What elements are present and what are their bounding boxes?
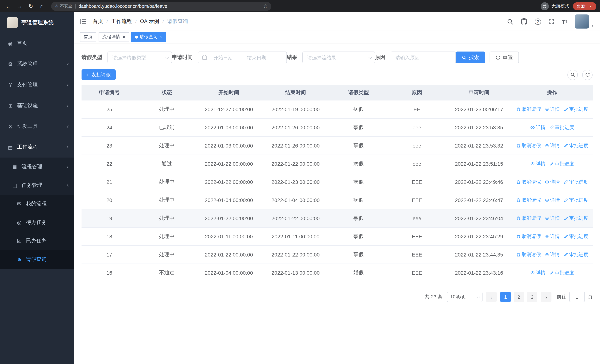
goto-page-input[interactable] bbox=[569, 292, 585, 302]
check-icon: ☑ bbox=[16, 238, 22, 244]
sidebar-item-devtools[interactable]: ⊠研发工具∨ bbox=[0, 116, 74, 137]
page-button-3[interactable]: 3 bbox=[527, 292, 537, 302]
page-button-2[interactable]: 2 bbox=[514, 292, 524, 302]
tab-process-detail[interactable]: 流程详情× bbox=[99, 32, 129, 42]
sidebar-item-task-management[interactable]: ◫任务管理∧ bbox=[0, 176, 74, 195]
close-icon[interactable]: × bbox=[160, 35, 163, 39]
kebab-menu-icon[interactable]: ⋮ bbox=[588, 3, 593, 9]
detail-link[interactable]: 详情 bbox=[530, 160, 545, 167]
cancel-leave-link[interactable]: 取消请假 bbox=[516, 142, 541, 149]
sidebar-item-process-management[interactable]: ≣流程管理∨ bbox=[0, 158, 74, 176]
page-button-1[interactable]: 1 bbox=[500, 292, 511, 302]
delete-icon bbox=[516, 198, 521, 202]
cell-status: 处理中 bbox=[137, 246, 197, 264]
result-select[interactable] bbox=[302, 52, 375, 63]
reason-input[interactable] bbox=[395, 54, 452, 61]
search-icon[interactable] bbox=[507, 18, 513, 25]
edit-icon bbox=[549, 162, 554, 166]
cell-status: 已取消 bbox=[137, 118, 197, 137]
toggle-search-button[interactable] bbox=[567, 69, 578, 80]
approval-progress-link[interactable]: 审批进度 bbox=[563, 251, 588, 258]
approval-progress-link[interactable]: 审批进度 bbox=[563, 142, 588, 149]
github-icon[interactable] bbox=[521, 18, 527, 25]
sidebar-item-system[interactable]: ⚙系统管理∨ bbox=[0, 54, 74, 75]
sidebar-item-infrastructure[interactable]: ⊞基础设施∨ bbox=[0, 95, 74, 116]
apply-time-range-picker[interactable]: - bbox=[198, 52, 287, 63]
cell-apply-time: 2022-01-23 00:06:17 bbox=[447, 100, 511, 118]
detail-link[interactable]: 详情 bbox=[544, 142, 560, 149]
address-bar[interactable]: ⚠ 不安全 dashboard.yudao.iocoder.cn/bpm/oa/… bbox=[51, 2, 271, 10]
font-size-icon[interactable]: TT bbox=[562, 19, 568, 24]
approval-progress-link[interactable]: 审批进度 bbox=[563, 197, 588, 204]
sidebar-item-workflow[interactable]: ▤工作流程∧ bbox=[0, 137, 74, 158]
detail-link[interactable]: 详情 bbox=[544, 179, 560, 185]
detail-link[interactable]: 详情 bbox=[544, 251, 560, 258]
sidebar-item-leave-query[interactable]: ☻请假查询 bbox=[0, 250, 74, 269]
breadcrumb-workflow[interactable]: 工作流程 bbox=[111, 18, 132, 25]
avatar[interactable] bbox=[575, 14, 589, 28]
start-date-input[interactable] bbox=[209, 54, 237, 61]
result-select-input[interactable] bbox=[307, 54, 366, 61]
sidebar-item-label: 基础设施 bbox=[17, 102, 38, 109]
update-button[interactable]: 更新 ⋮ bbox=[573, 2, 596, 10]
end-date-input[interactable] bbox=[243, 54, 270, 61]
sidebar-item-todo-tasks[interactable]: ◎待办任务 bbox=[0, 213, 74, 232]
detail-link[interactable]: 详情 bbox=[544, 215, 560, 222]
tab-leave-query[interactable]: 请假查询× bbox=[131, 32, 166, 42]
cancel-leave-link[interactable]: 取消请假 bbox=[516, 179, 541, 185]
sidebar-item-my-processes[interactable]: ✉我的流程 bbox=[0, 195, 74, 213]
breadcrumb-home[interactable]: 首页 bbox=[93, 18, 103, 25]
cancel-leave-link[interactable]: 取消请假 bbox=[516, 215, 541, 222]
approval-progress-link[interactable]: 审批进度 bbox=[549, 160, 574, 167]
approval-progress-link[interactable]: 审批进度 bbox=[563, 233, 588, 240]
cancel-leave-link[interactable]: 取消请假 bbox=[516, 251, 541, 258]
leave-type-select-input[interactable] bbox=[112, 54, 162, 61]
browser-back-button[interactable]: ← bbox=[4, 1, 13, 11]
browser-reload-button[interactable]: ↻ bbox=[26, 1, 36, 11]
detail-link[interactable]: 详情 bbox=[544, 233, 560, 240]
collapse-sidebar-icon[interactable] bbox=[80, 18, 87, 25]
sidebar-item-home[interactable]: ◉首页 bbox=[0, 33, 74, 54]
approval-progress-link[interactable]: 审批进度 bbox=[563, 106, 588, 113]
sidebar-item-label: 支付管理 bbox=[17, 82, 38, 88]
approval-progress-link[interactable]: 审批进度 bbox=[549, 124, 574, 131]
detail-link[interactable]: 详情 bbox=[530, 270, 545, 276]
tab-home[interactable]: 首页 bbox=[80, 32, 96, 42]
help-icon[interactable]: ? bbox=[535, 18, 541, 25]
refresh-table-button[interactable] bbox=[582, 69, 593, 80]
detail-link[interactable]: 详情 bbox=[544, 197, 560, 204]
browser-home-button[interactable]: ⌂ bbox=[37, 1, 47, 11]
prev-page-button[interactable]: ‹ bbox=[486, 292, 497, 302]
search-button[interactable]: 搜索 bbox=[456, 52, 485, 63]
sidebar-item-label: 流程管理 bbox=[21, 163, 42, 170]
reason-input-wrap[interactable] bbox=[391, 52, 456, 63]
security-warning[interactable]: ⚠ 不安全 bbox=[55, 3, 72, 9]
breadcrumb-oa-example[interactable]: OA 示例 bbox=[140, 18, 159, 25]
url-text[interactable]: dashboard.yudao.iocoder.cn/bpm/oa/leave bbox=[79, 3, 167, 9]
avatar-menu[interactable]: ▼ bbox=[575, 14, 594, 28]
leave-type-select[interactable] bbox=[107, 52, 172, 63]
cancel-leave-link[interactable]: 取消请假 bbox=[516, 233, 541, 240]
detail-link[interactable]: 详情 bbox=[544, 106, 560, 113]
sidebar-item-payment[interactable]: ¥支付管理∨ bbox=[0, 75, 74, 95]
detail-link[interactable]: 详情 bbox=[530, 124, 545, 131]
page-size-select[interactable]: 10条/页 bbox=[447, 292, 483, 302]
eye-icon: ◎ bbox=[16, 219, 22, 225]
sidebar-item-done-tasks[interactable]: ☑已办任务 bbox=[0, 232, 74, 250]
incognito-badge[interactable]: 无痕模式 bbox=[541, 2, 569, 10]
approval-progress-link[interactable]: 审批进度 bbox=[549, 270, 574, 276]
logo[interactable]: 芋道管理系统 bbox=[0, 12, 74, 33]
close-icon[interactable]: × bbox=[123, 35, 125, 39]
reset-button[interactable]: 重置 bbox=[489, 52, 519, 63]
cancel-leave-link[interactable]: 取消请假 bbox=[516, 197, 541, 204]
create-leave-button[interactable]: + 发起请假 bbox=[82, 69, 115, 80]
browser-forward-button[interactable]: → bbox=[15, 1, 24, 11]
cell-apply-time: 2022-01-22 23:49:46 bbox=[447, 173, 511, 191]
cancel-leave-link[interactable]: 取消请假 bbox=[516, 106, 541, 113]
fullscreen-icon[interactable] bbox=[548, 19, 554, 24]
next-page-button[interactable]: › bbox=[541, 292, 552, 302]
approval-progress-link[interactable]: 审批进度 bbox=[563, 215, 588, 222]
approval-progress-link[interactable]: 审批进度 bbox=[563, 179, 588, 185]
table-toolbar: + 发起请假 bbox=[82, 69, 593, 80]
bookmark-star-icon[interactable]: ☆ bbox=[263, 3, 268, 9]
